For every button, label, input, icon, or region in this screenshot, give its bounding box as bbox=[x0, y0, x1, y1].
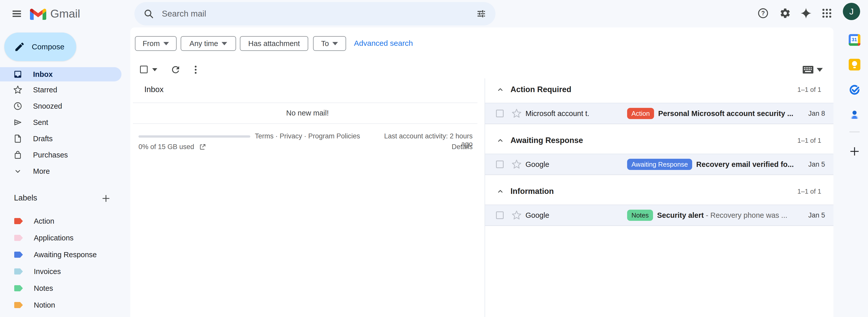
contacts-button[interactable] bbox=[848, 108, 861, 121]
collapse-section-button[interactable] bbox=[495, 84, 505, 95]
sidebar-label-action[interactable]: Action bbox=[0, 214, 121, 228]
select-dropdown-caret[interactable] bbox=[152, 68, 157, 71]
settings-button[interactable] bbox=[777, 5, 793, 21]
sidebar-label-notes[interactable]: Notes bbox=[0, 281, 121, 295]
more-options-button[interactable] bbox=[189, 63, 202, 76]
open-in-new-icon[interactable] bbox=[199, 143, 206, 151]
shopping-bag-icon bbox=[13, 150, 22, 160]
send-icon bbox=[13, 118, 22, 127]
account-avatar[interactable]: J bbox=[843, 3, 860, 20]
google-apps-button[interactable] bbox=[819, 5, 835, 21]
sidebar-label-notion[interactable]: Notion bbox=[0, 298, 121, 312]
select-all-checkbox[interactable] bbox=[140, 66, 148, 73]
star-toggle[interactable] bbox=[512, 159, 522, 169]
chevron-up-icon bbox=[496, 136, 505, 145]
more-vert-icon bbox=[190, 64, 201, 75]
filter-chip-any-time[interactable]: Any time bbox=[181, 36, 236, 51]
gemini-star-icon bbox=[800, 7, 812, 19]
search-input[interactable] bbox=[162, 9, 476, 19]
sidebar-item-label: Starred bbox=[33, 86, 57, 94]
main-menu-button[interactable] bbox=[9, 6, 24, 21]
tasks-button[interactable] bbox=[848, 83, 861, 96]
sidebar-item-more[interactable]: More bbox=[0, 164, 121, 178]
inbox-icon bbox=[13, 70, 22, 79]
email-checkbox[interactable] bbox=[496, 161, 504, 168]
input-tools-selector[interactable] bbox=[802, 66, 823, 74]
main-content: From Any time Has attachment To Advanced… bbox=[130, 27, 833, 317]
email-date: Jan 5 bbox=[808, 161, 825, 168]
filter-chip-from[interactable]: From bbox=[135, 36, 177, 51]
sidebar-item-sent[interactable]: Sent bbox=[0, 115, 121, 129]
keep-button[interactable] bbox=[848, 59, 861, 71]
empty-inbox-message: No new mail! bbox=[130, 109, 485, 117]
calendar-button[interactable]: 31 bbox=[848, 34, 861, 46]
program-policies-link[interactable]: Program Policies bbox=[308, 132, 360, 140]
details-link[interactable]: Details bbox=[422, 143, 473, 151]
privacy-link[interactable]: Privacy bbox=[280, 132, 302, 140]
sidebar-item-drafts[interactable]: Drafts bbox=[0, 132, 121, 146]
email-row[interactable]: Google Awaiting Response Recovery email … bbox=[485, 154, 833, 175]
separator: · bbox=[304, 132, 306, 140]
sidebar-item-label: Drafts bbox=[33, 135, 53, 143]
sidebar-label-applications[interactable]: Applications bbox=[0, 231, 121, 245]
search-icon[interactable] bbox=[143, 8, 154, 19]
plus-icon bbox=[101, 193, 111, 204]
label-name: Notes bbox=[34, 284, 53, 293]
email-sender: Google bbox=[525, 211, 617, 220]
star-toggle[interactable] bbox=[512, 108, 522, 119]
chevron-up-icon bbox=[496, 187, 505, 196]
star-toggle[interactable] bbox=[512, 210, 522, 220]
sidebar-item-snoozed[interactable]: Snoozed bbox=[0, 99, 121, 113]
collapse-section-button[interactable] bbox=[495, 135, 505, 146]
divider bbox=[133, 103, 477, 103]
filter-chip-has-attachment[interactable]: Has attachment bbox=[240, 36, 308, 51]
filter-chip-label: Has attachment bbox=[248, 39, 300, 48]
gemini-button[interactable] bbox=[798, 5, 814, 21]
email-label-chip[interactable]: Awaiting Response bbox=[627, 159, 692, 170]
label-tag-icon bbox=[14, 235, 23, 241]
email-label-chip[interactable]: Action bbox=[627, 108, 654, 119]
sidebar-label-invoices[interactable]: Invoices bbox=[0, 264, 121, 279]
divider bbox=[133, 123, 477, 124]
email-subject: Security alert bbox=[657, 211, 704, 219]
email-row[interactable]: Microsoft account t. Action Personal Mic… bbox=[485, 103, 833, 124]
advanced-search-link[interactable]: Advanced search bbox=[354, 39, 413, 48]
star-icon bbox=[13, 85, 22, 94]
email-label-chip[interactable]: Notes bbox=[627, 210, 653, 221]
chevron-down-icon bbox=[817, 68, 823, 72]
sidebar-item-label: Sent bbox=[33, 118, 48, 127]
collapse-section-button[interactable] bbox=[495, 186, 505, 196]
label-name: Action bbox=[34, 217, 54, 225]
section-title: Information bbox=[510, 187, 554, 196]
get-add-ons-button[interactable] bbox=[848, 145, 861, 157]
label-tag-icon bbox=[14, 285, 23, 291]
search-options-icon[interactable] bbox=[476, 8, 487, 19]
compose-button[interactable]: Compose bbox=[4, 33, 76, 61]
sidebar-item-label: Purchases bbox=[33, 151, 68, 159]
sidebar: Compose Inbox Starred Snoozed Sent Draft… bbox=[0, 27, 130, 317]
sidebar-item-starred[interactable]: Starred bbox=[0, 83, 121, 97]
sections-pane: Action Required 1–1 of 1 Microsoft accou… bbox=[485, 27, 833, 317]
section-pagination: 1–1 of 1 bbox=[797, 86, 821, 94]
sidebar-item-inbox[interactable]: Inbox bbox=[0, 67, 121, 81]
filter-chip-label: Any time bbox=[190, 39, 218, 48]
apps-grid-icon bbox=[821, 7, 833, 19]
email-row[interactable]: Google Notes Security alert - Recovery p… bbox=[485, 205, 833, 226]
email-date: Jan 5 bbox=[808, 211, 825, 219]
create-label-button[interactable] bbox=[100, 193, 112, 204]
label-tag-icon bbox=[14, 252, 23, 258]
email-checkbox[interactable] bbox=[496, 211, 504, 219]
sidebar-label-awaiting-response[interactable]: Awaiting Response bbox=[0, 248, 121, 262]
terms-link[interactable]: Terms bbox=[255, 132, 274, 140]
filter-chip-to[interactable]: To bbox=[313, 36, 346, 51]
sidebar-item-purchases[interactable]: Purchases bbox=[0, 148, 121, 162]
email-checkbox[interactable] bbox=[496, 110, 504, 117]
label-tag-icon bbox=[14, 268, 23, 275]
gear-icon bbox=[779, 7, 791, 19]
support-button[interactable]: ? bbox=[755, 5, 771, 21]
refresh-button[interactable] bbox=[169, 63, 182, 76]
email-subject-line: Personal Microsoft account security ... bbox=[658, 109, 802, 118]
star-outline-icon bbox=[512, 159, 522, 169]
search-bar[interactable] bbox=[134, 2, 495, 25]
email-subject: Personal Microsoft account security ... bbox=[658, 109, 793, 118]
